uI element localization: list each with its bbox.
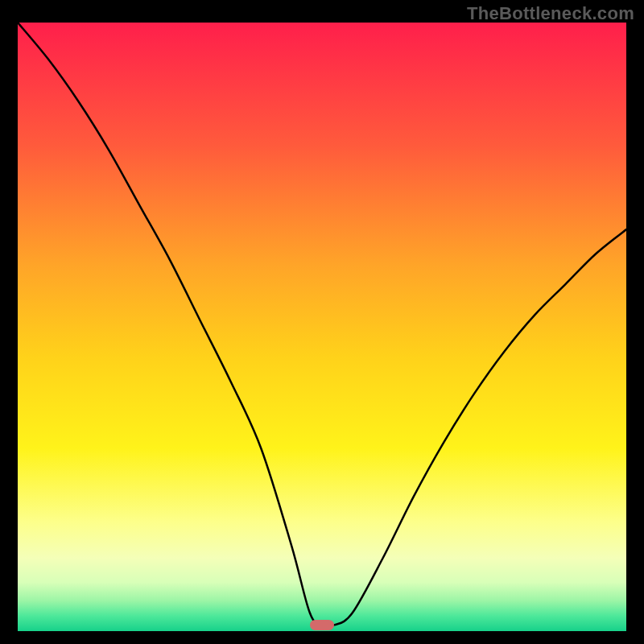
attribution-label: TheBottleneck.com: [467, 3, 634, 24]
optimal-point-marker: [310, 620, 334, 630]
bottleneck-chart: [18, 23, 626, 631]
chart-frame: TheBottleneck.com: [0, 0, 644, 644]
chart-gradient-background: [18, 23, 626, 631]
